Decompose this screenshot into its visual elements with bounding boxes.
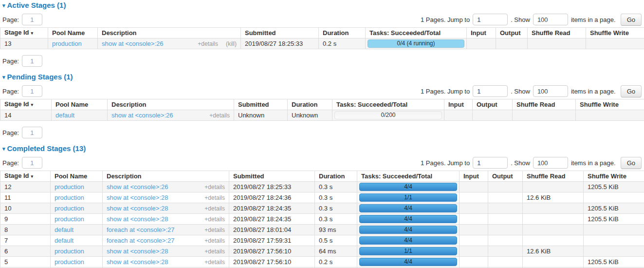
- jump-to-page-input[interactable]: [473, 157, 508, 169]
- stage-description-link[interactable]: show at <console>:28: [107, 215, 168, 223]
- col-header-tasks[interactable]: Tasks: Succeeded/Total: [332, 99, 444, 110]
- jump-to-page-input[interactable]: [473, 85, 508, 97]
- jump-to-page-input[interactable]: [473, 14, 508, 25]
- col-header-stage-id[interactable]: Stage Id▾: [0, 99, 52, 110]
- kill-link[interactable]: (kill): [226, 40, 237, 47]
- col-header-shuffle-write[interactable]: Shuffle Write: [586, 28, 644, 38]
- pool-link[interactable]: production: [55, 194, 84, 201]
- stage-description-link[interactable]: show at <console>:26: [107, 183, 168, 191]
- submitted-cell: 2019/08/27 17:59:31: [229, 235, 315, 246]
- details-toggle[interactable]: +details: [204, 194, 225, 201]
- section-header-completed[interactable]: ▾Completed Stages (13): [0, 144, 644, 153]
- col-header-shuffle-write[interactable]: Shuffle Write: [576, 99, 644, 110]
- stage-description-link[interactable]: show at <console>:28: [107, 194, 168, 201]
- pool-link[interactable]: production: [55, 258, 84, 266]
- stage-row: 7default+detailsforeach at <console>:272…: [0, 235, 644, 246]
- details-toggle[interactable]: +details: [204, 227, 225, 233]
- details-toggle[interactable]: +details: [204, 248, 225, 255]
- page-number-input[interactable]: [22, 14, 42, 25]
- stage-description-link[interactable]: show at <console>:26: [102, 40, 163, 47]
- section-header-pending[interactable]: ▾Pending Stages (1): [0, 73, 644, 81]
- stage-description-link[interactable]: show at <console>:28: [107, 205, 168, 212]
- details-toggle[interactable]: +details: [198, 40, 218, 47]
- col-header-pool-name[interactable]: Pool Name: [52, 99, 108, 110]
- col-header-duration[interactable]: Duration: [319, 28, 366, 38]
- go-button[interactable]: Go: [621, 85, 642, 97]
- tasks-cell: 0/200: [332, 110, 444, 121]
- details-toggle[interactable]: +details: [204, 205, 225, 212]
- description-cell: +detailsshow at <console>:28: [103, 192, 229, 203]
- pool-link[interactable]: production: [55, 205, 84, 212]
- col-header-tasks[interactable]: Tasks: Succeeded/Total: [366, 28, 467, 38]
- col-header-stage-id[interactable]: Stage Id▾: [0, 171, 51, 182]
- col-header-output[interactable]: Output: [473, 99, 513, 110]
- stage-description-link[interactable]: show at <console>:26: [111, 112, 173, 119]
- stage-description-link[interactable]: show at <console>:28: [107, 248, 168, 255]
- pool-link[interactable]: default: [55, 112, 74, 119]
- details-toggle[interactable]: +details: [204, 259, 225, 266]
- col-header-submitted[interactable]: Submitted: [241, 28, 319, 38]
- show-text: . Show: [511, 159, 530, 167]
- col-header-output[interactable]: Output: [496, 28, 528, 38]
- details-toggle[interactable]: +details: [209, 112, 230, 119]
- output-cell: [488, 182, 523, 192]
- stage-id-cell: 6: [0, 246, 51, 257]
- shuffle-read-cell: [523, 203, 584, 214]
- page-number-input[interactable]: [22, 157, 42, 169]
- input-cell: [460, 214, 488, 225]
- details-toggle[interactable]: +details: [204, 216, 225, 223]
- pool-link[interactable]: production: [55, 215, 84, 223]
- col-header-stage-id[interactable]: Stage Id▾: [0, 28, 48, 38]
- stage-description-link[interactable]: foreach at <console>:27: [107, 226, 175, 233]
- pagination-row-bottom: Page:: [0, 127, 644, 138]
- description-extras: +details: [204, 183, 225, 191]
- col-header-shuffle-read[interactable]: Shuffle Read: [528, 28, 586, 38]
- description-cell: +detailsshow at <console>:26: [103, 182, 229, 192]
- pagination-row-top: Page: 1 Pages. Jump to . Show items in a…: [0, 14, 644, 25]
- details-toggle[interactable]: +details: [204, 184, 225, 191]
- col-header-pool-name[interactable]: Pool Name: [51, 171, 103, 182]
- col-header-pool-name[interactable]: Pool Name: [48, 28, 98, 38]
- pool-link[interactable]: production: [55, 183, 84, 191]
- go-button[interactable]: Go: [621, 157, 642, 169]
- stage-description-link[interactable]: foreach at <console>:27: [107, 237, 175, 244]
- show-items-input[interactable]: [533, 14, 568, 25]
- pool-cell: production: [48, 38, 98, 49]
- section-header-active[interactable]: ▾Active Stages (1): [0, 1, 644, 10]
- col-header-description[interactable]: Description: [108, 99, 234, 110]
- col-header-description[interactable]: Description: [103, 171, 229, 182]
- page-number-input[interactable]: [22, 55, 42, 67]
- pool-link[interactable]: production: [55, 248, 84, 255]
- col-header-input[interactable]: Input: [444, 99, 473, 110]
- col-header-input[interactable]: Input: [467, 28, 496, 38]
- show-items-input[interactable]: [533, 157, 568, 169]
- pool-link[interactable]: default: [55, 226, 74, 233]
- page-number-input[interactable]: [22, 85, 42, 97]
- input-cell: [460, 225, 488, 235]
- col-header-shuffle-read[interactable]: Shuffle Read: [513, 99, 576, 110]
- pool-link[interactable]: production: [52, 40, 82, 47]
- col-header-submitted[interactable]: Submitted: [229, 171, 315, 182]
- go-button[interactable]: Go: [621, 14, 642, 26]
- col-header-submitted[interactable]: Submitted: [234, 99, 288, 110]
- col-header-description[interactable]: Description: [98, 28, 241, 38]
- col-header-output[interactable]: Output: [488, 171, 523, 182]
- section-title-text: Completed Stages (13): [7, 144, 86, 153]
- col-header-duration[interactable]: Duration: [315, 171, 357, 182]
- stage-description-link[interactable]: show at <console>:28: [107, 258, 168, 266]
- duration-cell: 93 ms: [315, 225, 357, 235]
- col-header-duration[interactable]: Duration: [288, 99, 332, 110]
- description-extras: +details: [204, 226, 225, 234]
- col-header-tasks[interactable]: Tasks: Succeeded/Total: [357, 171, 460, 182]
- description-cell: +detailsforeach at <console>:27: [103, 235, 229, 246]
- page-number-input[interactable]: [22, 127, 42, 138]
- show-items-input[interactable]: [533, 85, 568, 97]
- shuffle-read-cell: [523, 225, 584, 235]
- col-header-input[interactable]: Input: [460, 171, 488, 182]
- col-header-shuffle-read[interactable]: Shuffle Read: [523, 171, 584, 182]
- pool-link[interactable]: default: [55, 237, 74, 244]
- tasks-progress-label: 4/4: [404, 183, 412, 191]
- details-toggle[interactable]: +details: [204, 237, 225, 244]
- pagination-row-top: Page: 1 Pages. Jump to . Show items in a…: [0, 157, 644, 169]
- col-header-shuffle-write[interactable]: Shuffle Write: [584, 171, 644, 182]
